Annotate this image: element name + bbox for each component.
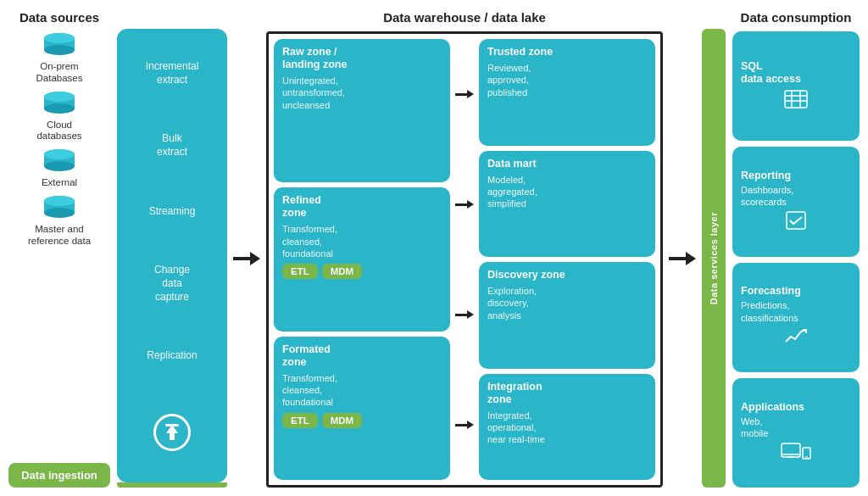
pipeline-bulk: Bulkextract (157, 132, 187, 159)
source-label-onprem: On-premDatabases (36, 61, 83, 85)
arrow-head-1 (467, 90, 474, 98)
source-items-list: On-premDatabases Clouddatabases (28, 31, 91, 458)
sql-icon (784, 90, 808, 113)
data-sources-header: Data sources (19, 10, 99, 25)
arrow-head-main2 (686, 252, 696, 265)
arrow-head (250, 252, 260, 265)
big-arrow-right (233, 252, 260, 265)
arrow-shaft (233, 257, 250, 260)
formatted-etl-tag: ETL (282, 413, 318, 428)
data-warehouse-section: Data warehouse / data lake Raw zone /lan… (266, 10, 663, 488)
devices-icon (781, 442, 811, 460)
svg-point-11 (44, 149, 75, 159)
upload-icon (153, 414, 191, 451)
reporting-card-title: Reporting (741, 170, 791, 182)
svg-point-6 (44, 103, 75, 114)
forecasting-card: Forecasting Predictions,classifications (732, 263, 860, 372)
data-mart-desc: Modeled,aggregated,simplified (487, 174, 647, 210)
warehouse-arrow-2 (455, 200, 474, 209)
formatted-mdm-tag: MDM (322, 413, 362, 428)
applications-icon (781, 442, 811, 465)
checklist-icon (786, 211, 806, 230)
source-item-cloud: Clouddatabases (36, 90, 81, 143)
chart-icon (784, 326, 808, 345)
warehouse-left: Raw zone /landing zone Unintegrated,untr… (274, 39, 450, 480)
warehouse-header: Data warehouse / data lake (266, 10, 663, 25)
forecasting-card-title: Forecasting (741, 285, 801, 298)
master-db-icon (41, 194, 78, 221)
trusted-zone-title: Trusted zone (487, 46, 647, 59)
refined-mdm-tag: MDM (322, 264, 362, 279)
big-arrow-right-2 (669, 252, 696, 265)
warehouse-arrows (455, 39, 474, 480)
pipeline-box: Incrementalextract Bulkextract Streaming… (117, 29, 227, 482)
formatted-zone-desc: Transformed,cleansed,foundational (282, 372, 442, 409)
forecasting-icon (784, 326, 808, 349)
svg-point-7 (44, 92, 75, 102)
discovery-zone-title: Discovery zone (487, 269, 647, 281)
warehouse-arrow-3 (455, 310, 474, 319)
applications-card: Applications Web,mobile (732, 378, 860, 488)
svg-rect-18 (785, 91, 807, 108)
refined-zone-tags: ETL MDM (282, 264, 442, 279)
arrow-shaft-4 (455, 424, 467, 426)
source-label-master: Master andreference data (28, 224, 91, 248)
integration-zone-card: Integrationzone Integrated,operational,n… (479, 374, 655, 481)
warehouse-right: Trusted zone Reviewed,approved,published… (479, 39, 655, 480)
formatted-zone-tags: ETL MDM (282, 413, 442, 428)
warehouse-to-services-arrow (670, 29, 695, 488)
raw-zone-card: Raw zone /landing zone Unintegrated,untr… (274, 39, 450, 182)
arrow-head-3 (467, 310, 474, 319)
trusted-zone-card: Trusted zone Reviewed,approved,published (479, 39, 655, 146)
formatted-zone-title: Formatedzone (282, 343, 442, 369)
svg-marker-16 (166, 425, 178, 440)
svg-rect-17 (165, 424, 179, 426)
pipeline-change: Changedatacapture (154, 264, 190, 304)
data-ingestion-bar: Data ingestion (8, 463, 110, 488)
arrow-head-4 (467, 421, 474, 429)
pipeline-to-warehouse-arrow (234, 29, 259, 488)
ingestion-pipeline-section: Incrementalextract Bulkextract Streaming… (117, 10, 227, 488)
sql-card-title: SQLdata access (741, 60, 801, 86)
data-mart-title: Data mart (487, 158, 647, 170)
source-item-onprem: On-premDatabases (36, 31, 83, 85)
raw-zone-title: Raw zone /landing zone (282, 46, 442, 71)
warehouse-inner: Raw zone /landing zone Unintegrated,untr… (266, 31, 663, 488)
refined-etl-tag: ETL (282, 264, 318, 279)
svg-point-3 (44, 33, 75, 43)
consumption-cards-list: SQLdata access Reporting Dashboards,scor… (732, 31, 860, 488)
integration-zone-desc: Integrated,operational,near real-time (487, 410, 647, 446)
arrow-shaft-2 (455, 203, 467, 206)
source-item-master: Master andreference data (28, 194, 91, 248)
source-label-external: External (42, 177, 77, 189)
arrow-shaft-3 (455, 314, 467, 316)
pipeline-incremental: Incrementalextract (146, 60, 199, 86)
arrow-shaft-main2 (669, 257, 686, 260)
source-item-external: External (41, 148, 78, 189)
reporting-card-desc: Dashboards,scorecards (741, 184, 793, 209)
data-sources-section: Data sources On-premDatabases Cl (8, 10, 110, 488)
warehouse-arrow-1 (455, 90, 474, 98)
source-label-cloud: Clouddatabases (36, 120, 81, 143)
refined-zone-desc: Transformed,cleansed,foundational (282, 223, 442, 259)
refined-zone-card: Refinedzone Transformed,cleansed,foundat… (274, 187, 450, 331)
svg-rect-23 (787, 212, 805, 229)
services-layer-bar: Data services layer (702, 29, 726, 488)
pipeline-replication: Replication (147, 349, 197, 363)
forecasting-card-desc: Predictions,classifications (741, 299, 798, 324)
integration-zone-title: Integrationzone (487, 381, 647, 406)
refined-zone-title: Refinedzone (282, 194, 442, 220)
discovery-zone-card: Discovery zone Exploration,discovery,ana… (479, 262, 655, 369)
formatted-zone-card: Formatedzone Transformed,cleansed,founda… (274, 337, 450, 480)
consumption-header: Data consumption (732, 10, 860, 25)
sql-access-card: SQLdata access (732, 31, 860, 141)
arrow-head-2 (467, 200, 474, 209)
pipeline-streaming: Streaming (149, 205, 196, 219)
warehouse-arrow-4 (455, 421, 474, 429)
svg-point-14 (44, 208, 75, 218)
cloud-db-icon (41, 90, 78, 117)
upload-svg (161, 421, 183, 443)
grid-icon (784, 90, 808, 109)
data-consumption-section: Data consumption SQLdata access Reportin… (732, 10, 860, 488)
svg-point-15 (44, 196, 75, 206)
